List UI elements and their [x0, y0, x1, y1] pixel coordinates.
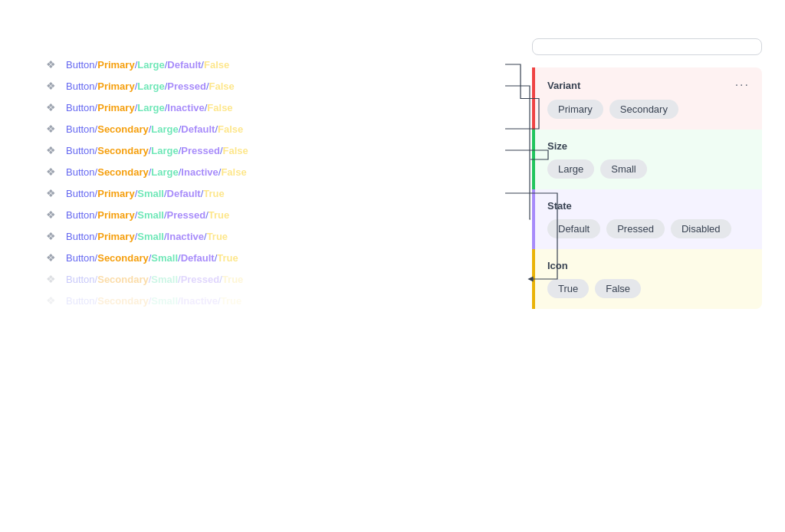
component-label: Button/Secondary/Small/Pressed/True	[66, 274, 243, 285]
variant-label: Secondary	[97, 123, 148, 135]
variant-label: Secondary	[97, 295, 148, 307]
section-menu-button[interactable]: ···	[735, 78, 750, 92]
list-item[interactable]: ❖Button/Secondary/Small/Default/True	[46, 247, 501, 268]
section-header-size: Size	[547, 140, 750, 152]
list-item[interactable]: ❖Button/Secondary/Large/Inactive/False	[46, 161, 501, 182]
icon-label: False	[204, 59, 229, 71]
chip-secondary[interactable]: Secondary	[609, 100, 678, 119]
size-label: Large	[151, 166, 178, 178]
size-label: Small	[151, 274, 178, 285]
variant-label: Secondary	[97, 274, 148, 285]
state-label: Pressed	[181, 274, 220, 285]
component-label: Button/Primary/Large/Inactive/False	[66, 102, 233, 113]
size-label: Small	[151, 295, 178, 307]
variant-label: Primary	[97, 231, 134, 242]
list-item[interactable]: ❖Button/Secondary/Small/Inactive/True	[46, 290, 501, 311]
component-label: Button/Primary/Small/Default/True	[66, 188, 225, 199]
base-label: Button	[66, 188, 95, 199]
state-label: Default	[181, 252, 215, 264]
state-label: Inactive	[181, 295, 218, 307]
list-item[interactable]: ❖Button/Primary/Large/Default/False	[46, 54, 501, 75]
chip-pressed[interactable]: Pressed	[606, 219, 665, 238]
base-label: Button	[66, 102, 95, 113]
drag-icon: ❖	[46, 209, 58, 221]
state-label: Default	[167, 59, 201, 71]
variant-label: Primary	[97, 188, 134, 199]
component-label: Button/Secondary/Large/Inactive/False	[66, 166, 247, 178]
component-label: Button/Secondary/Large/Default/False	[66, 123, 243, 135]
drag-icon: ❖	[46, 230, 58, 242]
section-title-size: Size	[547, 140, 567, 152]
drag-icon: ❖	[46, 58, 58, 71]
section-size: SizeLargeSmall	[532, 130, 762, 189]
base-label: Button	[66, 274, 95, 285]
size-label: Small	[137, 188, 164, 199]
component-label: Button/Secondary/Small/Default/True	[66, 252, 238, 264]
icon-label: False	[223, 145, 248, 156]
icon-label: False	[207, 102, 232, 113]
chips-row-variant: PrimarySecondary	[547, 100, 750, 119]
chip-primary[interactable]: Primary	[547, 100, 603, 119]
base-label: Button	[66, 59, 95, 71]
section-header-icon: Icon	[547, 260, 750, 271]
state-label: Pressed	[181, 145, 220, 156]
list-item[interactable]: ❖Button/Secondary/Large/Pressed/False	[46, 140, 501, 161]
base-label: Button	[66, 209, 95, 221]
icon-label: True	[217, 252, 238, 264]
description-field[interactable]	[532, 38, 762, 55]
base-label: Button	[66, 145, 95, 156]
list-item[interactable]: ❖Button/Primary/Small/Pressed/True	[46, 204, 501, 225]
chip-small[interactable]: Small	[600, 159, 647, 179]
icon-label: False	[221, 166, 246, 178]
component-label: Button/Primary/Small/Pressed/True	[66, 209, 229, 221]
list-item[interactable]: ❖Button/Primary/Small/Default/True	[46, 182, 501, 204]
base-label: Button	[66, 123, 95, 135]
component-label: Button/Primary/Small/Inactive/True	[66, 231, 228, 242]
icon-label: True	[221, 295, 241, 307]
component-label: Button/Secondary/Large/Pressed/False	[66, 145, 248, 156]
chip-default[interactable]: Default	[547, 219, 600, 238]
list-item[interactable]: ❖Button/Primary/Small/Inactive/True	[46, 225, 501, 247]
drag-icon: ❖	[46, 101, 58, 113]
list-item[interactable]: ❖Button/Secondary/Small/Pressed/True	[46, 268, 501, 290]
list-item[interactable]: ❖Button/Primary/Large/Pressed/False	[46, 75, 501, 97]
section-title-icon: Icon	[547, 260, 568, 271]
drag-icon: ❖	[46, 123, 58, 135]
chip-true[interactable]: True	[547, 279, 589, 298]
chip-disabled[interactable]: Disabled	[671, 219, 731, 238]
variant-label: Primary	[97, 59, 134, 71]
main-container: ❖Button/Primary/Large/Default/False❖Butt…	[0, 0, 785, 532]
section-icon: IconTrueFalse	[532, 249, 762, 309]
size-label: Large	[137, 80, 164, 92]
component-label: Button/Primary/Large/Pressed/False	[66, 80, 235, 92]
list-item[interactable]: ❖Button/Primary/Large/Inactive/False	[46, 97, 501, 118]
icon-label: True	[222, 274, 243, 285]
drag-icon: ❖	[46, 187, 58, 199]
size-label: Small	[151, 252, 178, 264]
drag-icon: ❖	[46, 294, 58, 307]
section-variant: Variant···PrimarySecondary	[532, 67, 762, 130]
chip-large[interactable]: Large	[547, 159, 594, 179]
connector-line-1	[505, 86, 530, 219]
state-label: Default	[167, 188, 201, 199]
component-list: ❖Button/Primary/Large/Default/False❖Butt…	[46, 31, 501, 501]
list-item[interactable]: ❖Button/Secondary/Large/Default/False	[46, 118, 501, 140]
variant-label: Secondary	[97, 145, 148, 156]
icon-label: True	[207, 231, 228, 242]
icon-label: False	[209, 80, 235, 92]
size-label: Large	[137, 59, 164, 71]
state-label: Inactive	[167, 102, 204, 113]
base-label: Button	[66, 231, 95, 242]
component-label: Button/Secondary/Small/Inactive/True	[66, 295, 241, 307]
state-label: Inactive	[167, 231, 204, 242]
drag-icon: ❖	[46, 80, 58, 92]
size-label: Large	[151, 145, 178, 156]
base-label: Button	[66, 295, 95, 307]
chip-false[interactable]: False	[595, 279, 641, 298]
base-label: Button	[66, 166, 95, 178]
connector-line-0	[505, 64, 530, 99]
base-label: Button	[66, 80, 95, 92]
size-label: Small	[137, 231, 164, 242]
icon-label: False	[218, 123, 243, 135]
variant-label: Primary	[97, 102, 134, 113]
